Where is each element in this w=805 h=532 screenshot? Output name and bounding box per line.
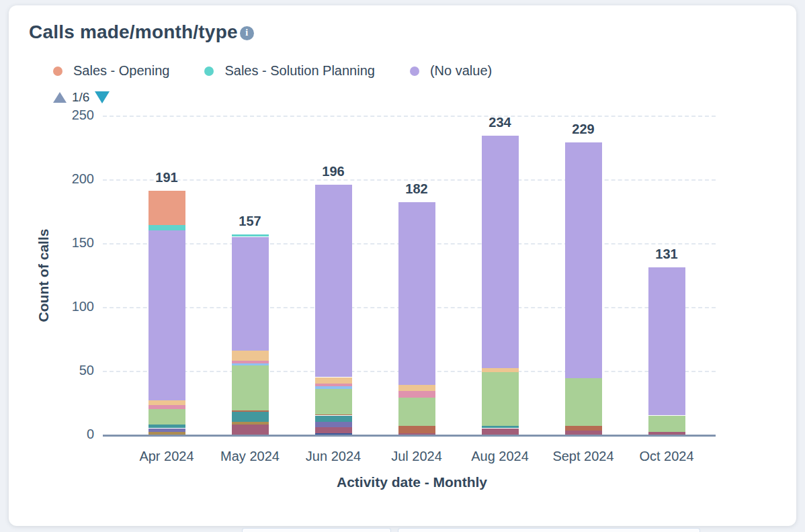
bar-segment-(No value)[interactable] xyxy=(648,267,685,415)
x-axis-tick-label: Sept 2024 xyxy=(540,449,627,464)
x-axis-tick-label: Jul 2024 xyxy=(373,449,460,464)
next-row-card-stub xyxy=(242,528,391,532)
bar-segment-(No value)[interactable] xyxy=(149,230,185,400)
x-axis-tick-label: Jun 2024 xyxy=(290,449,377,464)
x-axis-tick-label: Oct 2024 xyxy=(623,449,710,464)
bar-segment-unknown-light-blue[interactable] xyxy=(315,386,352,389)
y-axis-tick-label: 250 xyxy=(54,107,94,123)
bar-segment-unknown-green[interactable] xyxy=(315,389,352,414)
y-axis-tick-label: 200 xyxy=(54,171,94,187)
bar-segment-unknown-maroon[interactable] xyxy=(315,427,352,434)
bar-segment-unknown-green[interactable] xyxy=(232,365,269,410)
bar-segment-(No value)[interactable] xyxy=(232,237,269,351)
report-card: Calls made/month/type i Sales - OpeningS… xyxy=(9,5,796,526)
bar-segment-Sales - Solution Planning[interactable] xyxy=(232,234,269,237)
bar-segment-unknown-tan[interactable] xyxy=(149,400,185,406)
bar-segment-unknown-tan[interactable] xyxy=(482,368,519,372)
bar-segment-unknown-pink[interactable] xyxy=(315,384,352,386)
bar-segment-unknown-tan[interactable] xyxy=(232,351,269,361)
bar-total-label: 229 xyxy=(553,122,613,137)
bar-segment-unknown-navy[interactable] xyxy=(315,433,352,435)
bar-total-label: 234 xyxy=(470,115,530,130)
bar-total-label: 182 xyxy=(386,181,447,197)
bar-segment-unknown-green[interactable] xyxy=(398,398,435,426)
bar-segment-unknown-green[interactable] xyxy=(482,372,519,426)
y-axis-title: Count of calls xyxy=(36,229,52,322)
bar-segment-unknown-sienna[interactable] xyxy=(232,410,269,412)
bar-segment-unknown-maroon[interactable] xyxy=(648,432,685,435)
bar-segment-unknown-tan[interactable] xyxy=(398,385,435,392)
bar-segment-unknown-green[interactable] xyxy=(149,409,185,425)
x-axis-tick-label: Aug 2024 xyxy=(456,449,544,464)
bar-segment-unknown-dark-teal[interactable] xyxy=(232,412,269,422)
bar-segment-unknown-maroon[interactable] xyxy=(482,429,519,435)
bar-segment-Sales - Opening[interactable] xyxy=(149,191,185,225)
bar-segment-Sales - Solution Planning[interactable] xyxy=(149,225,185,230)
next-row-card-stub xyxy=(398,528,700,532)
y-axis-tick-label: 0 xyxy=(54,427,94,442)
bar-segment-unknown-dark-teal[interactable] xyxy=(482,426,519,429)
bar-segment-unknown-maroon[interactable] xyxy=(232,425,269,435)
bar-segment-unknown-gold[interactable] xyxy=(149,432,185,435)
y-axis-tick-label: 100 xyxy=(54,299,94,314)
bar-segment-unknown-sienna[interactable] xyxy=(315,414,352,416)
bar-segment-unknown-slate-purple[interactable] xyxy=(149,429,185,433)
bar-segment-unknown-slate-purple[interactable] xyxy=(315,422,352,427)
bar-segment-unknown-green[interactable] xyxy=(648,416,685,433)
x-axis-tick-label: Apr 2024 xyxy=(123,449,210,464)
bar-segment-unknown-dark-teal[interactable] xyxy=(149,425,185,429)
bar-segment-unknown-pink[interactable] xyxy=(398,391,435,398)
bar-segment-unknown-pink[interactable] xyxy=(149,405,185,409)
bar-segment-unknown-dark-teal[interactable] xyxy=(315,416,352,423)
bar-segment-unknown-sienna[interactable] xyxy=(398,426,435,433)
bar-segment-unknown-gold[interactable] xyxy=(232,422,269,425)
bar-segment-unknown-light-blue[interactable] xyxy=(232,363,269,366)
chart-plot-area: Count of calls Activity date - Monthly 0… xyxy=(9,5,796,526)
bar-total-label: 191 xyxy=(136,170,197,185)
bar-segment-unknown-pink[interactable] xyxy=(232,361,269,363)
bar-segment-unknown-sienna[interactable] xyxy=(565,426,602,431)
bar-segment-unknown-maroon[interactable] xyxy=(565,431,602,435)
bar-segment-unknown-tan[interactable] xyxy=(315,378,352,384)
bar-segment-(No value)[interactable] xyxy=(315,185,352,378)
bar-total-label: 131 xyxy=(636,247,697,262)
bar-total-label: 196 xyxy=(303,164,364,179)
y-axis-tick-label: 50 xyxy=(54,363,94,378)
bar-segment-(No value)[interactable] xyxy=(565,142,602,379)
bar-total-label: 157 xyxy=(220,214,280,229)
y-axis-tick-label: 150 xyxy=(54,235,94,251)
x-axis-line xyxy=(103,435,716,437)
bar-segment-unknown-green[interactable] xyxy=(565,378,602,425)
gridline xyxy=(103,116,716,117)
bar-segment-unknown-maroon[interactable] xyxy=(398,433,435,435)
x-axis-tick-label: May 2024 xyxy=(206,449,294,464)
bar-segment-(No value)[interactable] xyxy=(398,202,435,385)
bar-segment-(No value)[interactable] xyxy=(482,136,519,368)
x-axis-title: Activity date - Monthly xyxy=(318,474,506,490)
